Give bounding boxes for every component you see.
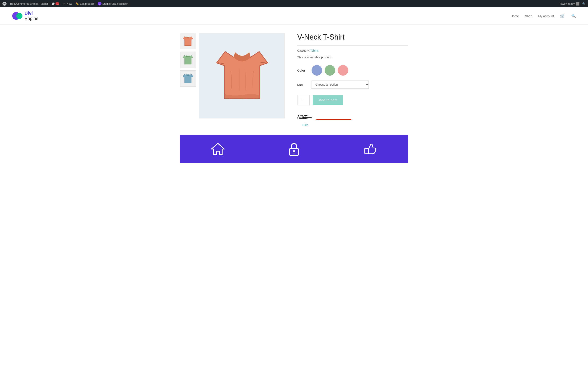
brand-section: NIKE Nike [297,113,408,127]
thumbnail-1[interactable] [180,33,196,49]
edit-label: Edit product [80,2,94,5]
admin-bar-right: Howdy, robey 🔍 [559,2,586,6]
color-swatch-purple[interactable] [311,65,322,76]
new-label: New [67,2,72,5]
bottom-banners [180,135,408,163]
user-avatar [576,2,579,6]
category-link[interactable]: Tshirts [310,49,319,52]
thumbnail-3[interactable] [180,70,196,87]
wp-logo-item[interactable]: W [2,2,7,6]
quantity-input[interactable] [297,95,310,105]
nike-swoosh-svg: NIKE [297,113,314,122]
cart-icon[interactable]: 🛒 [560,13,565,18]
site-name-item[interactable]: BodyCommerce Brands Tutorial [10,2,48,5]
brand-logo-area: NIKE Nike [297,113,314,127]
nav-home[interactable]: Home [511,14,519,18]
brand-logo: NIKE [297,113,314,122]
divi-icon: D [98,2,102,6]
search-icon[interactable]: 🔍 [571,14,576,18]
search-icon: 🔍 [582,2,586,5]
logo-engine: Engine [25,16,39,21]
product-gallery [180,33,285,118]
svg-rect-7 [365,149,369,154]
howdy-label: Howdy, robey [559,2,575,5]
brand-arrow-svg [316,116,352,124]
main-nav: Home Shop My account 🛒 🔍 [511,13,576,18]
category-label: Category: [297,49,310,52]
comments-item[interactable]: 💬 0 [52,2,59,5]
nav-my-account[interactable]: My account [538,14,554,18]
color-label: Color [297,69,307,72]
nav-shop[interactable]: Shop [525,14,532,18]
size-variation-row: Size Choose an option Small Medium Large… [297,81,408,89]
comment-icon: 💬 [52,2,55,5]
divi-builder-item[interactable]: D Enable Visual Builder [98,2,128,6]
main-content: V-Neck T-Shirt Category: Tshirts This is… [172,33,416,163]
product-title: V-Neck T-Shirt [297,33,408,42]
logo-icon [12,11,22,21]
color-variation-row: Color [297,65,408,76]
product-divider [297,45,408,46]
color-swatches [311,65,348,76]
thumbnail-2[interactable] [180,52,196,68]
main-product-image [199,33,285,118]
thumbnail-column [180,33,196,118]
logo-area[interactable]: Divi Engine [12,11,39,21]
add-to-cart-button[interactable]: Add to cart [313,95,343,105]
product-category: Category: Tshirts [297,49,408,52]
edit-icon: ✏️ [76,2,79,5]
banner-lock [256,135,332,163]
lock-banner-icon [287,142,301,156]
home-banner-icon [211,142,225,156]
logo-circle-green [16,13,22,19]
brand-arrow [316,116,352,124]
product-description: This is a variable product. [297,55,408,59]
thumbsup-banner-icon [363,142,377,156]
plus-icon: ＋ [63,2,66,6]
new-item[interactable]: ＋ New [63,2,72,6]
divi-label: Enable Visual Builder [103,2,128,5]
admin-bar: W BodyCommerce Brands Tutorial 💬 0 ＋ New… [0,0,588,7]
brand-link[interactable]: Nike [302,123,309,127]
admin-search-item[interactable]: 🔍 [582,2,586,5]
howdy-item[interactable]: Howdy, robey [559,2,579,6]
add-to-cart-row: Add to cart [297,95,408,105]
site-name-label: BodyCommerce Brands Tutorial [10,2,48,5]
product-details: V-Neck T-Shirt Category: Tshirts This is… [297,33,408,127]
site-header: Divi Engine Home Shop My account 🛒 🔍 [0,7,588,25]
comments-count: 0 [56,2,59,5]
svg-marker-3 [211,143,224,155]
wordpress-logo-icon: W [2,2,7,6]
size-label: Size [297,83,307,86]
edit-product-item[interactable]: ✏️ Edit product [76,2,94,5]
color-swatch-pink[interactable] [338,65,348,76]
banner-thumbsup [332,135,408,163]
product-layout: V-Neck T-Shirt Category: Tshirts This is… [180,33,408,127]
size-select[interactable]: Choose an option Small Medium Large X-La… [311,81,369,89]
logo-text: Divi Engine [25,11,39,21]
banner-home [180,135,256,163]
logo-divi: Divi [25,11,33,16]
color-swatch-green[interactable] [325,65,335,76]
